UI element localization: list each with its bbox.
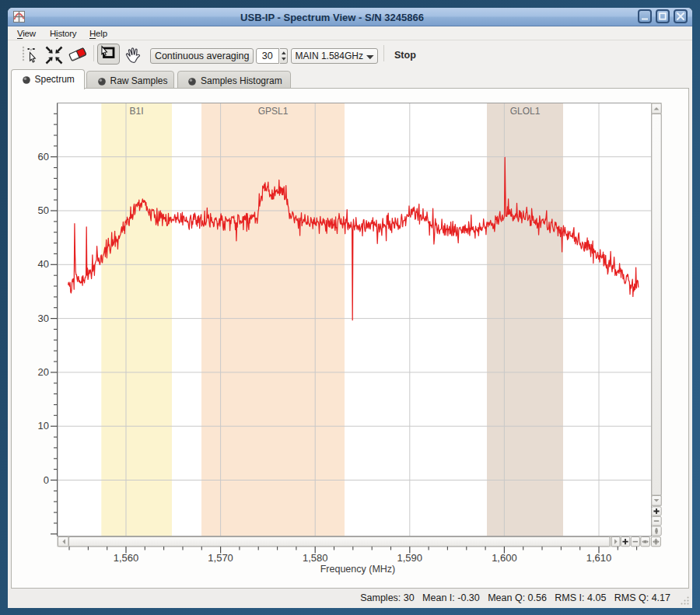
svg-text:1,610: 1,610 (586, 552, 612, 564)
svg-text:40: 40 (38, 258, 49, 270)
svg-text:0: 0 (44, 474, 49, 486)
svg-text:1,600: 1,600 (492, 552, 517, 564)
svg-text:60: 60 (38, 151, 49, 162)
svg-text:1,560: 1,560 (114, 552, 139, 564)
svg-text:30: 30 (38, 313, 49, 324)
svg-text:1,570: 1,570 (208, 552, 233, 564)
svg-text:B1I: B1I (130, 106, 144, 117)
svg-text:20: 20 (38, 366, 49, 378)
svg-text:10: 10 (38, 420, 49, 432)
svg-text:1,590: 1,590 (397, 552, 423, 564)
svg-text:Frequency (MHz): Frequency (MHz) (320, 564, 396, 575)
svg-text:50: 50 (38, 204, 49, 216)
svg-text:GPSL1: GPSL1 (258, 106, 289, 117)
svg-text:1,580: 1,580 (303, 552, 328, 564)
svg-text:GLOL1: GLOL1 (510, 106, 541, 117)
